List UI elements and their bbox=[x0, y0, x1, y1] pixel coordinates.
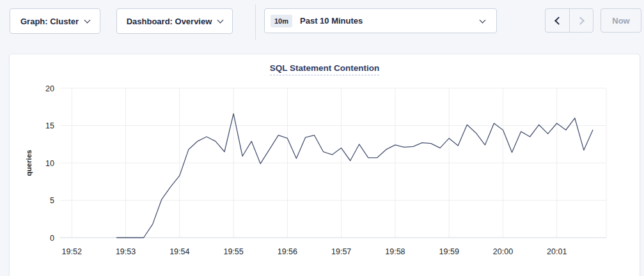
y-tick-label: 10 bbox=[45, 159, 54, 168]
graph-dropdown-label: Graph: Cluster bbox=[20, 17, 79, 26]
shift-forward-button[interactable] bbox=[569, 9, 593, 32]
time-window-label: Past 10 Minutes bbox=[300, 16, 363, 26]
x-tick-label: 19:57 bbox=[331, 247, 351, 256]
y-tick-label: 5 bbox=[50, 196, 54, 205]
time-range-selector[interactable]: 10m Past 10 Minutes bbox=[264, 8, 497, 33]
shift-back-button[interactable] bbox=[546, 9, 569, 32]
x-tick-label: 19:56 bbox=[278, 247, 297, 256]
x-tick-label: 19:58 bbox=[385, 247, 405, 256]
x-tick-label: 19:55 bbox=[223, 247, 243, 256]
graph-dropdown[interactable]: Graph: Cluster bbox=[10, 8, 100, 34]
data-line bbox=[117, 114, 593, 238]
chevron-down-icon bbox=[217, 17, 224, 23]
y-tick-label: 20 bbox=[45, 84, 54, 93]
time-shift-button-group bbox=[545, 8, 593, 33]
x-tick-label: 19:53 bbox=[116, 247, 136, 256]
time-window-badge: 10m bbox=[271, 15, 292, 27]
dashboard-dropdown[interactable]: Dashboard: Overview bbox=[116, 8, 233, 34]
x-tick-label: 20:01 bbox=[547, 247, 567, 256]
x-tick-label: 19:52 bbox=[62, 247, 82, 256]
chevron-down-icon bbox=[480, 17, 486, 23]
chart-card: SQL Statement Contention 0510152019:5219… bbox=[9, 54, 640, 276]
chevron-left-icon bbox=[554, 17, 563, 25]
toolbar-divider bbox=[255, 4, 256, 40]
y-axis-title: queries bbox=[25, 150, 33, 176]
y-tick-label: 0 bbox=[50, 234, 54, 243]
y-tick-label: 15 bbox=[45, 121, 54, 130]
dashboard-dropdown-label: Dashboard: Overview bbox=[127, 17, 212, 26]
now-button[interactable]: Now bbox=[601, 8, 641, 33]
chevron-down-icon bbox=[84, 17, 91, 23]
x-tick-label: 20:00 bbox=[493, 247, 513, 256]
x-tick-label: 19:54 bbox=[169, 247, 189, 256]
x-tick-label: 19:59 bbox=[439, 247, 459, 256]
contention-chart[interactable]: 0510152019:5219:5319:5419:5519:5619:5719… bbox=[10, 54, 641, 272]
chevron-right-icon bbox=[576, 17, 585, 25]
